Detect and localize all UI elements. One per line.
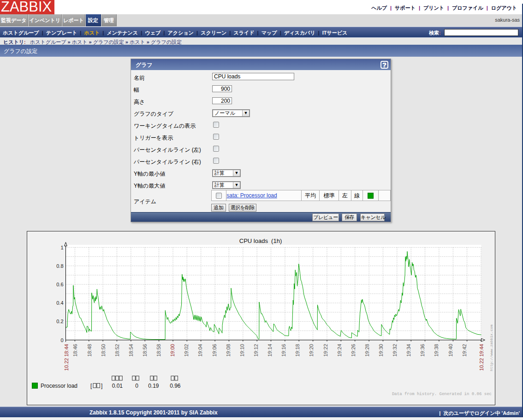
- svg-text:19:14: 19:14: [267, 344, 273, 357]
- svg-text:1: 1: [60, 245, 63, 250]
- svg-text:18:58: 18:58: [156, 344, 161, 357]
- svg-text:19:38: 19:38: [434, 344, 439, 357]
- svg-text:0.96: 0.96: [170, 383, 181, 389]
- svg-text:19:10: 19:10: [239, 344, 245, 357]
- svg-text:19:20: 19:20: [309, 344, 314, 357]
- svg-text:19:02: 19:02: [184, 344, 189, 357]
- svg-text:18:56: 18:56: [142, 344, 148, 357]
- svg-text:19:06: 19:06: [212, 344, 217, 357]
- svg-text:0.2: 0.2: [56, 319, 63, 324]
- svg-text:18:50: 18:50: [101, 344, 106, 357]
- svg-text:]: ]: [101, 383, 102, 389]
- svg-text:0.4: 0.4: [56, 300, 63, 306]
- svg-text:0: 0: [60, 337, 63, 343]
- svg-text:19:24: 19:24: [337, 344, 342, 357]
- svg-text:19:42: 19:42: [462, 344, 467, 357]
- svg-text:http://www.zabbix.com: http://www.zabbix.com: [489, 325, 493, 371]
- svg-text:0: 0: [135, 383, 138, 389]
- svg-text:19:36: 19:36: [420, 344, 425, 357]
- svg-text:[: [: [90, 383, 92, 389]
- svg-text:18:46: 18:46: [72, 344, 78, 357]
- svg-text:19:00: 19:00: [170, 344, 175, 357]
- svg-text:18:52: 18:52: [114, 344, 120, 357]
- svg-text:10.22 19:44: 10.22 19:44: [479, 344, 484, 371]
- svg-text:18:48: 18:48: [87, 344, 92, 357]
- svg-text:19:16: 19:16: [281, 344, 286, 357]
- svg-text:0.01: 0.01: [112, 383, 123, 389]
- svg-text:19:28: 19:28: [364, 344, 370, 357]
- svg-text:19:22: 19:22: [323, 344, 328, 357]
- svg-text:19:04: 19:04: [197, 344, 203, 357]
- svg-text:19:40: 19:40: [448, 344, 453, 357]
- svg-text:18:54: 18:54: [128, 344, 134, 357]
- svg-text:CPU loads (1h): CPU loads (1h): [239, 237, 282, 244]
- svg-text:19:34: 19:34: [406, 344, 411, 357]
- svg-text:0.19: 0.19: [148, 383, 159, 389]
- svg-text:19:26: 19:26: [351, 344, 356, 357]
- svg-text:19:30: 19:30: [378, 344, 384, 357]
- svg-text:Data from history. Generated i: Data from history. Generated in 0.06 sec: [392, 392, 492, 396]
- svg-text:0.8: 0.8: [56, 263, 63, 269]
- svg-text:19:18: 19:18: [295, 344, 300, 357]
- svg-text:19:12: 19:12: [253, 344, 259, 357]
- svg-text:Processor load: Processor load: [41, 383, 77, 389]
- svg-text:0.6: 0.6: [56, 282, 63, 287]
- svg-text:19:32: 19:32: [392, 344, 398, 357]
- svg-text:19:08: 19:08: [226, 344, 231, 357]
- svg-text:10.22 18:44: 10.22 18:44: [64, 344, 69, 371]
